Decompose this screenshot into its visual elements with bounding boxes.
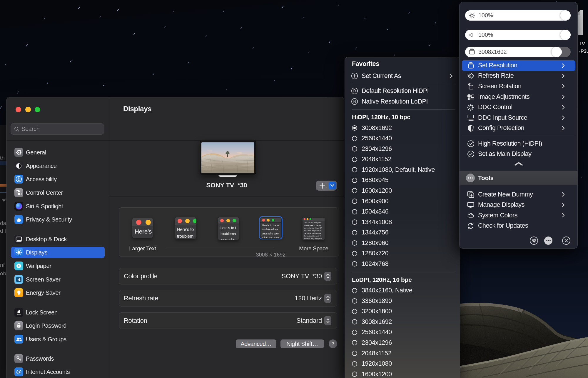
svg-text:N: N (353, 99, 356, 104)
svg-text:D: D (353, 89, 356, 93)
